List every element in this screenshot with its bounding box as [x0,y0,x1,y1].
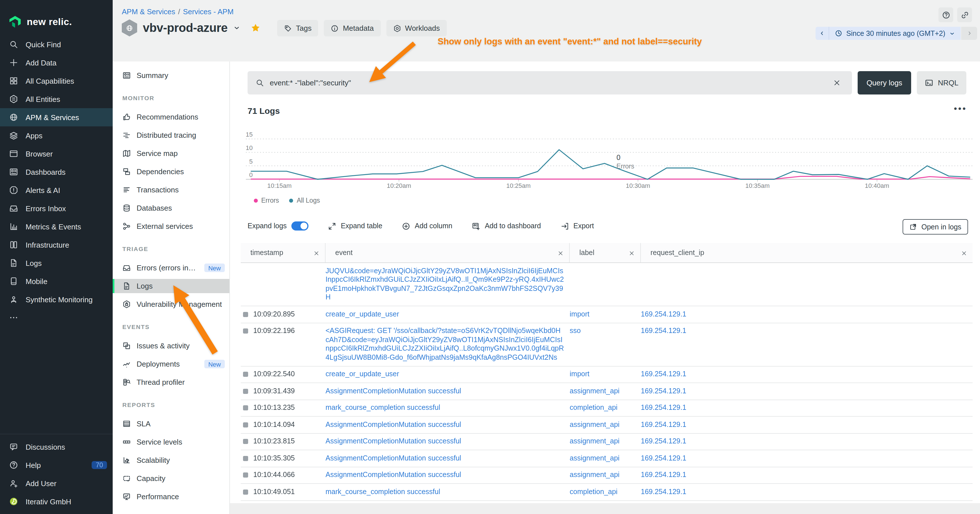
row-marker-icon[interactable] [243,422,248,427]
label-link[interactable]: assignment_api [570,454,619,462]
event-link[interactable]: AssignmentCompletionMutation successful [326,471,461,479]
subnav-item-recommendations[interactable]: Recommendations [113,110,229,124]
log-row[interactable]: 10:09:22.196<ASGIRequest: GET '/sso/call… [241,323,973,366]
nrql-button[interactable]: NRQL [917,71,966,94]
copy-link-button[interactable] [957,7,972,22]
time-back-button[interactable] [816,27,829,40]
expand-table-button[interactable]: Expand table [328,222,382,230]
new-relic-logo[interactable]: new relic. [0,0,113,35]
sidebar-item-synthetic-monitoring[interactable]: Synthetic Monitoring [0,290,113,309]
sidebar-item-quick-find[interactable]: Quick Find [0,35,113,54]
log-query-input[interactable]: event:* -"label":"security" [248,71,852,94]
breadcrumb-apm-services[interactable]: APM & Services [122,7,175,16]
legend-item-all-logs[interactable]: All Logs [290,197,320,204]
remove-column-icon[interactable] [629,250,635,256]
event-link[interactable]: <ASGIRequest: GET '/sso/callback/?state=… [326,327,564,361]
sidebar-item-add-data[interactable]: Add Data [0,54,113,72]
sidebar-item-iterativ-gmbh[interactable]: Iterativ GmbH [0,492,113,511]
legend-item-errors[interactable]: Errors [254,197,279,204]
log-row[interactable]: 10:10:23.815AssignmentCompletionMutation… [241,433,973,450]
row-marker-icon[interactable] [243,456,248,461]
row-marker-icon[interactable] [243,328,248,334]
subnav-item-vulnerability-management[interactable]: Vulnerability Management [113,297,229,311]
event-link[interactable]: mark_course_completion successful [326,404,440,412]
column-header-timestamp[interactable]: timestamp [241,243,326,263]
export-button[interactable]: Export [560,222,594,230]
log-row[interactable]: 10:10:49.051mark_course_completion succe… [241,484,973,501]
request_client_ip-link[interactable]: 169.254.129.1 [641,437,686,445]
subnav-item-service-map[interactable]: Service map [113,146,229,161]
column-header-event[interactable]: event [326,243,570,263]
add-column-button[interactable]: Add column [402,222,452,230]
request_client_ip-link[interactable]: 169.254.129.1 [641,471,686,479]
sidebar-item-overflow[interactable] [0,309,113,327]
label-link[interactable]: assignment_api [570,387,619,395]
subnav-item-external-services[interactable]: External services [113,219,229,233]
subnav-item-transactions[interactable]: Transactions [113,183,229,197]
row-marker-icon[interactable] [243,405,248,411]
event-link[interactable]: create_or_update_user [326,310,399,318]
sidebar-item-apm-services[interactable]: APM & Services [0,108,113,126]
metadata-button[interactable]: Metadata [324,20,380,37]
sidebar-item-all-capabilities[interactable]: All Capabilities [0,72,113,90]
log-row[interactable]: 10:09:22.540create_or_update_userimport1… [241,366,973,383]
sidebar-item-metrics-events[interactable]: Metrics & Events [0,218,113,236]
sidebar-item-mobile[interactable]: Mobile [0,272,113,290]
subnav-item-summary[interactable]: Summary [113,68,229,83]
event-link[interactable]: AssignmentCompletionMutation successful [326,437,461,445]
log-row[interactable]: 10:09:20.895create_or_update_userimport1… [241,306,973,323]
row-marker-icon[interactable] [243,439,248,444]
subnav-item-sla[interactable]: SLA [113,417,229,431]
subnav-item-dependencies[interactable]: Dependencies [113,164,229,179]
remove-column-icon[interactable] [558,250,563,256]
remove-column-icon[interactable] [313,250,319,256]
event-link[interactable]: JUQVU&code=eyJraWQiOiJjcGltY29yZV8wOTI1M… [326,267,564,301]
sidebar-item-infrastructure[interactable]: Infrastructure [0,236,113,254]
open-in-logs-button[interactable]: Open in logs [903,219,968,234]
expand-logs-toggle[interactable]: Expand logs [248,221,309,231]
column-header-label[interactable]: label [570,243,641,263]
sidebar-item-help[interactable]: Help70 [0,456,113,474]
workloads-button[interactable]: Workloads [386,20,447,37]
subnav-item-distributed-tracing[interactable]: Distributed tracing [113,128,229,142]
subnav-item-databases[interactable]: Databases [113,201,229,215]
sidebar-item-browser[interactable]: Browser [0,145,113,163]
request_client_ip-link[interactable]: 169.254.129.1 [641,387,686,395]
request_client_ip-link[interactable]: 169.254.129.1 [641,370,686,378]
label-link[interactable]: import [570,310,589,318]
column-header-request_client_ip[interactable]: request_client_ip [641,243,973,263]
subnav-item-service-levels[interactable]: Service levels [113,435,229,449]
sidebar-item-apps[interactable]: Apps [0,126,113,145]
label-link[interactable]: assignment_api [570,420,619,428]
label-link[interactable]: completion_api [570,487,617,495]
event-link[interactable]: create_or_update_user [326,370,399,378]
clear-query-icon[interactable] [829,75,844,90]
subnav-item-thread-profiler[interactable]: Thread profiler [113,375,229,389]
label-link[interactable]: assignment_api [570,471,619,479]
remove-column-icon[interactable] [961,250,967,256]
event-link[interactable]: AssignmentCompletionMutation successful [326,387,461,395]
subnav-item-logs[interactable]: Logs [113,279,229,293]
subnav-item-deployments[interactable]: DeploymentsNew [113,357,229,371]
label-link[interactable]: completion_api [570,404,617,412]
log-row[interactable]: 10:10:13.235mark_course_completion succe… [241,400,973,417]
row-marker-icon[interactable] [243,388,248,394]
subnav-item-errors-errors-inb-[interactable]: Errors (errors inb...New [113,261,229,275]
breadcrumb-services-apm[interactable]: Services - APM [183,7,234,16]
log-row[interactable]: 10:10:14.094AssignmentCompletionMutation… [241,417,973,433]
sidebar-item-all-entities[interactable]: All Entities [0,90,113,108]
label-link[interactable]: sso [570,327,581,335]
request_client_ip-link[interactable]: 169.254.129.1 [641,487,686,495]
request_client_ip-link[interactable]: 169.254.129.1 [641,454,686,462]
subnav-item-capacity[interactable]: Capacity [113,471,229,485]
sidebar-item-logs[interactable]: Logs [0,254,113,272]
row-marker-icon[interactable] [243,473,248,477]
sidebar-item-alerts-ai[interactable]: Alerts & AI [0,181,113,199]
event-link[interactable]: AssignmentCompletionMutation successful [326,454,461,462]
entity-dropdown-chevron-icon[interactable] [233,24,240,31]
add-to-dashboard-button[interactable]: Add to dashboard [472,222,541,230]
more-options-icon[interactable]: ••• [954,103,967,114]
row-marker-icon[interactable] [243,372,248,377]
event-link[interactable]: mark_course_completion successful [326,487,440,495]
request_client_ip-link[interactable]: 169.254.129.1 [641,420,686,428]
